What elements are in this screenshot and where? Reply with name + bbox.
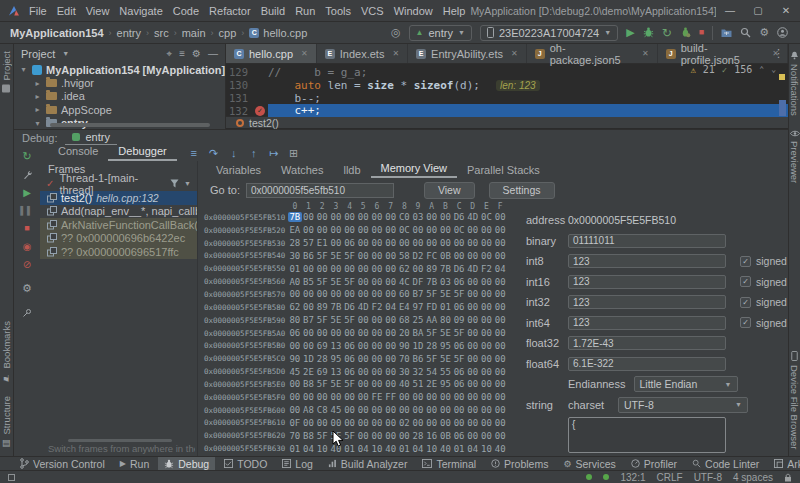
memory-byte[interactable]: 68 bbox=[398, 315, 412, 325]
menu-item-help[interactable]: Help bbox=[438, 5, 471, 17]
memory-byte[interactable]: 20 bbox=[398, 328, 412, 338]
memory-byte[interactable]: 00 bbox=[466, 418, 480, 428]
memory-byte[interactable]: 10 bbox=[370, 444, 384, 454]
memory-byte[interactable]: 00 bbox=[315, 289, 329, 299]
memory-byte[interactable]: 00 bbox=[398, 392, 412, 402]
locate-file-icon[interactable]: ⌖ bbox=[167, 48, 173, 60]
hide-panel-icon[interactable]: — bbox=[208, 48, 218, 59]
memory-byte[interactable]: B5 bbox=[302, 277, 316, 287]
minimize-button[interactable]: — bbox=[716, 0, 744, 21]
memory-byte[interactable]: 0C bbox=[398, 225, 412, 235]
memory-byte[interactable]: 02 bbox=[398, 418, 412, 428]
memory-byte[interactable]: 00 bbox=[480, 328, 494, 338]
memory-byte[interactable]: 03 bbox=[411, 212, 425, 222]
memory-byte[interactable]: 4D bbox=[466, 212, 480, 222]
debug-session-tab[interactable]: entry bbox=[65, 130, 116, 145]
float32-field[interactable]: 1.72E-43 bbox=[568, 336, 726, 350]
toolwindow-button-run[interactable]: ▶Run bbox=[114, 457, 155, 471]
memory-byte[interactable]: 00 bbox=[398, 405, 412, 415]
memory-byte[interactable]: E1 bbox=[315, 238, 329, 248]
memory-byte[interactable]: 4D bbox=[356, 302, 370, 312]
memory-byte[interactable]: 62 bbox=[398, 264, 412, 274]
memory-byte[interactable]: 00 bbox=[466, 251, 480, 261]
memory-byte[interactable]: 00 bbox=[411, 392, 425, 402]
close-button[interactable]: ✕ bbox=[772, 0, 800, 21]
breakpoint-icon[interactable]: ✓ bbox=[255, 106, 265, 116]
memory-byte[interactable]: 00 bbox=[384, 379, 398, 389]
memory-byte[interactable]: 00 bbox=[452, 392, 466, 402]
maximize-button[interactable]: ▢ bbox=[744, 0, 772, 21]
memory-byte[interactable]: DF bbox=[411, 277, 425, 287]
evaluate-expression-icon[interactable]: ⊞ bbox=[285, 148, 303, 159]
memory-byte[interactable]: 00 bbox=[343, 212, 357, 222]
tab-debugger[interactable]: Debugger bbox=[108, 145, 176, 161]
memory-byte[interactable]: 5F bbox=[343, 277, 357, 287]
memory-byte[interactable]: 80 bbox=[439, 315, 453, 325]
memory-byte[interactable]: 00 bbox=[384, 431, 398, 441]
resume-icon[interactable]: ▶ bbox=[20, 186, 34, 199]
memory-byte[interactable]: 00 bbox=[329, 328, 343, 338]
settings-icon[interactable]: ⚙ bbox=[759, 27, 769, 38]
memory-byte[interactable]: 00 bbox=[411, 238, 425, 248]
memory-byte[interactable]: 00 bbox=[493, 251, 507, 261]
memory-byte[interactable]: 00 bbox=[493, 302, 507, 312]
memory-byte[interactable]: 00 bbox=[439, 405, 453, 415]
memory-byte[interactable]: 4D bbox=[466, 264, 480, 274]
memory-byte[interactable]: 00 bbox=[315, 264, 329, 274]
stack-frame[interactable]: test2()hello.cpp:132 bbox=[40, 191, 197, 205]
memory-byte[interactable]: 06 bbox=[343, 341, 357, 351]
filter-icon[interactable] bbox=[170, 179, 179, 188]
tab-variables[interactable]: Variables bbox=[206, 164, 271, 178]
memory-byte[interactable]: 06 bbox=[452, 277, 466, 287]
memory-byte[interactable]: 00 bbox=[370, 418, 384, 428]
memory-byte[interactable]: 51 bbox=[411, 379, 425, 389]
rerun-icon[interactable]: ↻ bbox=[20, 150, 34, 163]
int8-field[interactable]: 123 bbox=[568, 254, 726, 268]
memory-byte[interactable]: 04 bbox=[384, 302, 398, 312]
memory-byte[interactable]: 06 bbox=[288, 328, 302, 338]
int16-field[interactable]: 123 bbox=[568, 275, 726, 289]
memory-byte[interactable]: 00 bbox=[343, 392, 357, 402]
memory-byte[interactable]: 00 bbox=[370, 225, 384, 235]
memory-byte[interactable]: 00 bbox=[370, 379, 384, 389]
memory-byte[interactable]: 5E bbox=[329, 315, 343, 325]
layout-menu-icon[interactable]: ≡ bbox=[185, 148, 203, 159]
memory-byte[interactable]: 00 bbox=[480, 392, 494, 402]
memory-byte[interactable]: 00 bbox=[493, 289, 507, 299]
memory-byte[interactable]: 00 bbox=[288, 341, 302, 351]
memory-byte[interactable]: 00 bbox=[356, 379, 370, 389]
frames-scrollbar[interactable] bbox=[68, 439, 172, 442]
memory-byte[interactable]: 40 bbox=[493, 444, 507, 454]
memory-byte[interactable]: 00 bbox=[356, 238, 370, 248]
memory-byte[interactable]: 00 bbox=[384, 354, 398, 364]
memory-byte[interactable]: 80 bbox=[288, 315, 302, 325]
stack-frame[interactable]: ArkNativeFunctionCallBack(panda::JsiRunt… bbox=[40, 218, 197, 232]
memory-byte[interactable]: FE bbox=[370, 392, 384, 402]
memory-byte[interactable]: 54 bbox=[425, 367, 439, 377]
memory-byte[interactable]: 00 bbox=[343, 418, 357, 428]
memory-byte[interactable]: 97 bbox=[411, 302, 425, 312]
memory-byte[interactable]: 00 bbox=[439, 212, 453, 222]
memory-byte[interactable]: 00 bbox=[398, 431, 412, 441]
caret-position[interactable]: 132:1 bbox=[620, 472, 645, 483]
float64-field[interactable]: 6.1E-322 bbox=[568, 357, 726, 371]
account-icon[interactable] bbox=[777, 27, 788, 38]
close-tab-icon[interactable]: ✕ bbox=[392, 49, 399, 58]
memory-byte[interactable]: 7B bbox=[329, 302, 343, 312]
memory-byte[interactable]: 03 bbox=[439, 277, 453, 287]
tree-arrow-icon[interactable]: ▾ bbox=[19, 65, 28, 74]
memory-byte[interactable]: 00 bbox=[480, 354, 494, 364]
memory-byte[interactable]: 00 bbox=[493, 277, 507, 287]
memory-byte[interactable]: 00 bbox=[329, 238, 343, 248]
memory-byte[interactable]: 28 bbox=[411, 431, 425, 441]
menu-item-navigate[interactable]: Navigate bbox=[114, 5, 167, 17]
memory-byte[interactable]: B6 bbox=[411, 354, 425, 364]
memory-byte[interactable]: 00 bbox=[493, 418, 507, 428]
line-number[interactable]: 130 bbox=[226, 79, 252, 91]
memory-byte[interactable]: 00 bbox=[466, 289, 480, 299]
memory-byte[interactable]: 5F bbox=[343, 379, 357, 389]
memory-byte[interactable]: 69 bbox=[315, 341, 329, 351]
memory-byte[interactable]: 00 bbox=[493, 238, 507, 248]
memory-byte[interactable]: 00 bbox=[343, 405, 357, 415]
memory-byte[interactable]: 25 bbox=[411, 315, 425, 325]
